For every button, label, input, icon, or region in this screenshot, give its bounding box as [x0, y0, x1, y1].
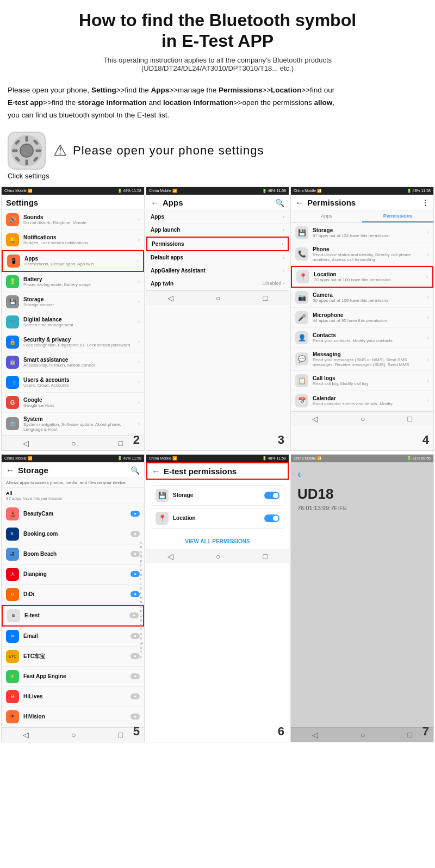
back-arrow-6[interactable]: ‹: [297, 468, 301, 480]
back-arrow-5[interactable]: ←: [152, 467, 160, 476]
storage-settings-text: Storage Storage cleaner: [23, 296, 134, 307]
view-all-permissions[interactable]: VIEW ALL PERMISSIONS: [146, 534, 289, 549]
svg-rect-3: [26, 159, 28, 165]
search-icon-2[interactable]: 🔍: [275, 199, 284, 207]
page-header: How to find the Bluetooth symbol in E-Te…: [0, 0, 435, 78]
screen-number-3: 3: [278, 433, 284, 447]
nav-home-1[interactable]: ○: [71, 439, 76, 448]
apps-list: Apps › App launch › Permissions › Defaul…: [146, 210, 289, 290]
nav-square-1[interactable]: □: [119, 439, 123, 448]
permissions-item[interactable]: Permissions ›: [146, 237, 289, 251]
screenshots-grid-row1: China Mobile 📶🔋 48% 11:58 Settings 🔊 Sou…: [0, 185, 435, 452]
location-perm-icon: 📍: [156, 512, 169, 525]
storage-perm-toggle[interactable]: [264, 492, 279, 499]
etest-toggle[interactable]: ●: [129, 612, 139, 618]
nav-square-4[interactable]: □: [119, 730, 123, 739]
screen-permissions: China Mobile 📶🔋 48% 11:58 ← Permissions …: [290, 187, 434, 451]
back-arrow-3[interactable]: ←: [295, 198, 304, 208]
smart-assistance-item: 🤖 Smart assistance Accessibility, HiTouc…: [2, 352, 144, 373]
boombeach-toggle[interactable]: ●: [130, 551, 140, 557]
smart-assistance-icon: 🤖: [6, 356, 19, 369]
apps-header: ← Apps 🔍: [146, 195, 289, 210]
nav-back-3[interactable]: ◁: [312, 414, 318, 423]
notifications-item: 🔔 Notifications Badges, Lock screen noti…: [2, 230, 144, 250]
more-icon-3[interactable]: ⋮: [421, 199, 429, 207]
nav-home-3[interactable]: ○: [361, 414, 365, 423]
appgallery-item: AppGallery Assistant ›: [146, 264, 289, 277]
etcbao-toggle[interactable]: ●: [130, 653, 140, 659]
fastapp-toggle[interactable]: ●: [130, 673, 140, 679]
nav-home-6[interactable]: ○: [361, 730, 365, 739]
dianping-item: 大 Dianping ●: [2, 565, 144, 585]
nav-back-2[interactable]: ◁: [167, 294, 173, 302]
svg-rect-2: [26, 136, 28, 142]
didi-toggle[interactable]: ●: [130, 591, 140, 597]
system-icon: ⚙️: [6, 417, 19, 430]
nav-square-3[interactable]: □: [408, 414, 412, 423]
search-icon-4[interactable]: 🔍: [130, 466, 140, 475]
booking-toggle[interactable]: ●: [130, 531, 140, 537]
nav-home-5[interactable]: ○: [216, 552, 220, 561]
nav-square-6[interactable]: □: [408, 730, 412, 739]
beautycam-toggle[interactable]: ●: [130, 511, 140, 517]
booking-item: B. Booking.com ●: [2, 524, 144, 544]
digital-balance-icon: ⚖️: [6, 315, 19, 328]
dianping-toggle[interactable]: ●: [130, 571, 140, 577]
permissions-tabs: Apps Permissions: [291, 210, 433, 223]
status-bar-6: China Mobile 📶🔋 91% 08:56: [291, 455, 433, 462]
instructions: Please open your phone, Setting>>find th…: [0, 78, 435, 126]
battery-text: Battery Power saving mode, Battery usage: [23, 276, 134, 287]
hilives-icon: H: [6, 690, 19, 703]
nav-bar-3: ◁ ○ □: [291, 411, 433, 426]
storage-title: Storage: [18, 466, 48, 475]
hivision-toggle[interactable]: ●: [130, 714, 140, 720]
status-bar-5: China Mobile 📶🔋 48% 11:59: [146, 455, 289, 462]
svg-rect-5: [35, 149, 41, 152]
perm-phone-item: 📞 Phone Read device status and identity,…: [291, 243, 433, 266]
screen-settings: China Mobile 📶🔋 48% 11:58 Settings 🔊 Sou…: [1, 187, 145, 451]
location-perm-toggle[interactable]: [264, 514, 279, 522]
screen-number-2: 2: [133, 433, 140, 447]
nav-back-1[interactable]: ◁: [23, 439, 29, 448]
warning-icon: ⚠: [53, 141, 67, 159]
apps-title: Apps: [163, 198, 183, 207]
etest-item[interactable]: E E-test ●: [2, 605, 144, 627]
beautycam-icon: 💄: [6, 507, 19, 520]
etest-perm-header: ← E-test permissions: [146, 462, 289, 480]
perm-camera-item: 📷 Camera 50 apps out of 109 have this pe…: [291, 288, 433, 308]
settings-header: Settings: [2, 195, 144, 210]
tab-permissions[interactable]: Permissions: [362, 210, 433, 222]
system-item: ⚙️ System System navigation, Software up…: [2, 413, 144, 436]
nav-back-6[interactable]: ◁: [312, 730, 318, 739]
nav-square-2[interactable]: □: [263, 294, 268, 302]
perm-calllogs-icon: 📋: [295, 374, 308, 387]
back-arrow-4[interactable]: ←: [6, 466, 15, 475]
etest-icon: E: [7, 609, 20, 622]
nav-home-4[interactable]: ○: [71, 730, 76, 739]
main-title: How to find the Bluetooth symbol in E-Te…: [5, 10, 430, 52]
email-toggle[interactable]: ●: [130, 633, 140, 639]
perm-mic-item: 🎤 Microphone 44 apps out of 95 have this…: [291, 308, 433, 328]
screen-ud18: China Mobile 📶🔋 91% 08:56 ‹ UD18 76:01:1…: [290, 454, 434, 742]
dianping-icon: 大: [6, 568, 19, 581]
nav-back-4[interactable]: ◁: [23, 730, 29, 739]
app-launch-item: App launch ›: [146, 224, 289, 237]
screen-number-5: 5: [133, 724, 140, 739]
sounds-icon: 🔊: [6, 213, 19, 226]
permissions-header: ← Permissions ⋮: [291, 195, 433, 210]
app-twin-item: App twin Disabled ›: [146, 277, 289, 290]
nav-home-2[interactable]: ○: [216, 294, 220, 302]
nav-back-5[interactable]: ◁: [167, 552, 173, 561]
hilives-toggle[interactable]: ●: [130, 693, 140, 699]
storage-description: Allows apps to access photos, media, and…: [2, 478, 144, 488]
back-arrow-2[interactable]: ←: [151, 198, 159, 208]
step-intro: ⚠ Please open your phone settings: [0, 126, 435, 171]
tab-apps[interactable]: Apps: [291, 210, 362, 222]
perm-location-item[interactable]: 📍 Location 70 apps out of 100 have this …: [291, 266, 433, 288]
smart-assistance-text: Smart assistance Accessibility, HiTouch,…: [23, 357, 134, 368]
apps-item[interactable]: 📱 Apps Permissions, Default apps, App tw…: [2, 250, 144, 272]
storage-perm-item: 💾 Storage: [151, 485, 284, 506]
screenshots-grid-row2: China Mobile 📶🔋 48% 11:58 ← Storage 🔍 Al…: [0, 453, 435, 743]
storage-settings-icon: 💾: [6, 295, 19, 308]
nav-square-5[interactable]: □: [263, 552, 268, 561]
